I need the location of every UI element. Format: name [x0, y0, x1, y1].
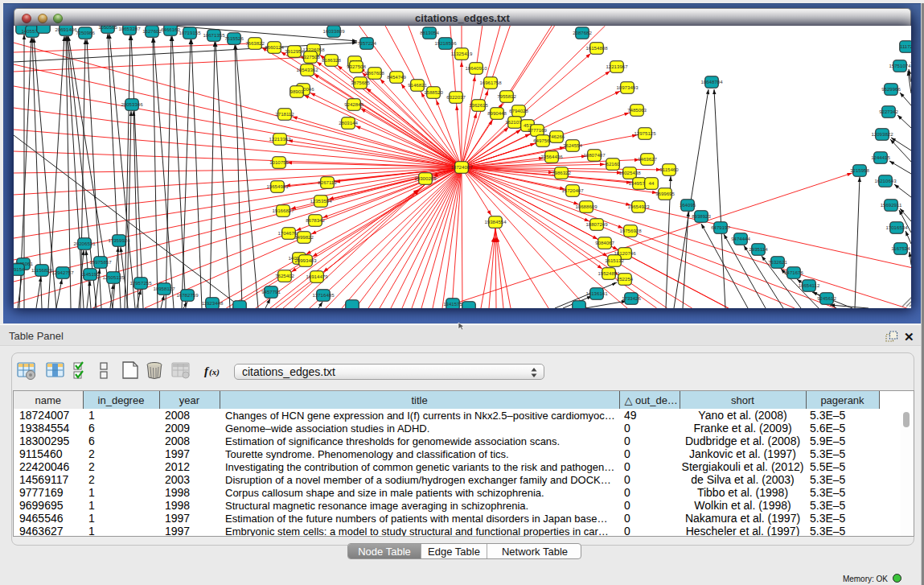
- svg-text:1733426: 1733426: [622, 295, 641, 301]
- svg-text:2087682: 2087682: [573, 30, 592, 35]
- svg-text:746266: 746266: [548, 134, 565, 139]
- svg-text:20053346: 20053346: [121, 101, 143, 107]
- svg-text:1050565: 1050565: [98, 26, 117, 30]
- svg-text:10671355: 10671355: [203, 32, 225, 38]
- svg-text:10973493: 10973493: [616, 84, 639, 90]
- svg-text:7632621: 7632621: [768, 259, 787, 265]
- svg-text:1010755: 1010755: [269, 159, 289, 165]
- svg-text:7625402: 7625402: [275, 273, 294, 278]
- svg-text:17016534: 17016534: [885, 225, 908, 230]
- svg-text:252254: 252254: [617, 276, 634, 282]
- svg-text:12505135: 12505135: [102, 274, 125, 280]
- svg-text:7250986: 7250986: [76, 30, 95, 35]
- svg-text:16210643: 16210643: [874, 178, 897, 183]
- svg-text:9777169: 9777169: [528, 127, 547, 133]
- svg-text:3875685: 3875685: [351, 80, 370, 85]
- svg-text:3499822: 3499822: [294, 234, 314, 240]
- svg-text:3624554: 3624554: [563, 142, 582, 148]
- svg-text:2718112: 2718112: [275, 111, 294, 117]
- svg-text:19975857: 19975857: [89, 259, 112, 265]
- svg-text:8454749: 8454749: [387, 74, 406, 80]
- svg-text:8938923: 8938923: [692, 213, 711, 219]
- svg-text:62160: 62160: [606, 161, 621, 167]
- svg-text:8471676: 8471676: [784, 270, 803, 275]
- svg-text:16782759: 16782759: [176, 292, 199, 298]
- svg-text:10807487: 10807487: [583, 152, 606, 158]
- svg-text:12975125: 12975125: [634, 130, 656, 136]
- svg-text:16033809: 16033809: [322, 28, 345, 34]
- svg-text:3215958: 3215958: [850, 167, 869, 173]
- svg-text:1362615: 1362615: [469, 102, 488, 108]
- svg-text:12213363: 12213363: [269, 136, 291, 142]
- svg-text:9327508: 9327508: [347, 64, 366, 69]
- svg-text:18724007: 18724007: [450, 164, 473, 170]
- svg-text:9245612: 9245612: [817, 295, 836, 301]
- svg-text:98901: 98901: [290, 89, 305, 94]
- svg-text:16961758: 16961758: [479, 80, 502, 85]
- svg-text:(x): (x): [209, 367, 220, 377]
- svg-text:1527602: 1527602: [142, 28, 162, 34]
- svg-text:15720407: 15720407: [561, 187, 584, 193]
- svg-text:8660124: 8660124: [265, 44, 284, 50]
- svg-text:10958127: 10958127: [153, 286, 175, 291]
- svg-text:9529966: 9529966: [881, 86, 901, 92]
- svg-text:1588520: 1588520: [424, 89, 443, 95]
- svg-text:12942757: 12942757: [51, 270, 74, 275]
- svg-text:1244415: 1244415: [871, 154, 890, 160]
- svg-text:3912954: 3912954: [285, 48, 304, 54]
- svg-text:9227342: 9227342: [879, 109, 898, 114]
- svg-text:10025438: 10025438: [618, 170, 641, 175]
- svg-text:11156829: 11156829: [31, 267, 53, 273]
- svg-text:8990448: 8990448: [487, 110, 507, 116]
- svg-text:1615132: 1615132: [605, 257, 624, 263]
- svg-text:7515526: 7515526: [224, 35, 244, 41]
- svg-text:1167534: 1167534: [891, 245, 910, 251]
- svg-text:10688609: 10688609: [575, 204, 598, 209]
- svg-text:2867608: 2867608: [365, 70, 384, 76]
- svg-text:19756928: 19756928: [619, 228, 642, 233]
- svg-text:20206531: 20206531: [73, 241, 96, 246]
- svg-text:19654923: 19654923: [627, 204, 650, 209]
- svg-text:14136141: 14136141: [585, 290, 608, 296]
- svg-text:18640910: 18640910: [465, 65, 487, 71]
- svg-text:8678342: 8678342: [306, 217, 325, 223]
- svg-text:10543362: 10543362: [296, 67, 318, 72]
- svg-text:13716485: 13716485: [312, 292, 335, 298]
- svg-text:15692911: 15692911: [881, 202, 902, 208]
- svg-text:9115460: 9115460: [659, 167, 679, 172]
- svg-text:6479197: 6479197: [711, 225, 730, 230]
- svg-text:20993483: 20993483: [294, 257, 317, 263]
- svg-text:12353594: 12353594: [310, 198, 332, 204]
- svg-text:9457791: 9457791: [261, 289, 281, 295]
- svg-text:18807249: 18807249: [585, 221, 608, 227]
- svg-text:7986322: 7986322: [552, 170, 571, 175]
- svg-text:6794028: 6794028: [509, 108, 528, 113]
- svg-text:164095: 164095: [680, 202, 696, 208]
- svg-text:15751074: 15751074: [889, 63, 911, 68]
- svg-text:1145193: 1145193: [80, 271, 100, 277]
- svg-text:7485063: 7485063: [627, 107, 647, 113]
- svg-text:19524851: 19524851: [598, 270, 620, 276]
- svg-text:7357224: 7357224: [357, 40, 376, 46]
- svg-text:16914479: 16914479: [306, 274, 328, 279]
- svg-text:11325419: 11325419: [451, 51, 473, 56]
- svg-text:12213967: 12213967: [606, 64, 628, 69]
- svg-text:39154: 39154: [14, 266, 25, 272]
- svg-text:17957255: 17957255: [129, 280, 152, 286]
- svg-text:8267113: 8267113: [318, 179, 337, 185]
- svg-text:23564436: 23564436: [540, 154, 563, 159]
- svg-text:1341575: 1341575: [443, 301, 462, 307]
- svg-text:10653287: 10653287: [118, 26, 141, 31]
- svg-text:7663822: 7663822: [245, 40, 265, 46]
- svg-text:19654983: 19654983: [266, 183, 289, 189]
- svg-text:9327508: 9327508: [301, 54, 320, 60]
- svg-text:12093822: 12093822: [871, 131, 893, 137]
- svg-text:8813054: 8813054: [420, 30, 439, 35]
- svg-text:11923448: 11923448: [202, 300, 224, 306]
- svg-text:16154808: 16154808: [585, 45, 608, 51]
- svg-text:9242848: 9242848: [344, 101, 363, 107]
- svg-text:19218506: 19218506: [434, 40, 457, 46]
- svg-text:9699695: 9699695: [655, 191, 675, 196]
- svg-text:7955812: 7955812: [497, 93, 516, 99]
- svg-text:2935114: 2935114: [749, 246, 768, 252]
